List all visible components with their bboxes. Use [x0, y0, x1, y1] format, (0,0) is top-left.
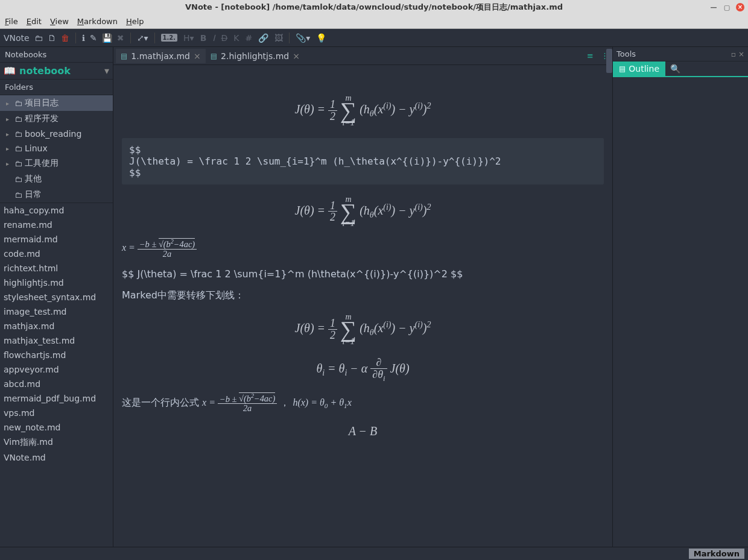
folder-icon: 🗀: [14, 159, 22, 168]
titlebar: VNote - [notebook] /home/tamlok/data/own…: [0, 0, 748, 14]
file-item[interactable]: VNote.md: [0, 450, 113, 465]
file-item[interactable]: new_note.md: [0, 420, 113, 435]
file-item[interactable]: Vim指南.md: [0, 435, 113, 450]
notebook-name: notebook: [19, 65, 101, 77]
folder-icon[interactable]: 🗀: [34, 33, 43, 43]
chevron-down-icon: ▾: [104, 65, 109, 77]
attachment-icon[interactable]: 📎▾: [296, 33, 310, 43]
code-block-latex: $$ J(\theta) = \frac 1 2 \sum_{i=1}^m (h…: [122, 138, 604, 184]
file-item[interactable]: mermaid_pdf_bug.md: [0, 391, 113, 406]
hash-icon[interactable]: #: [245, 33, 252, 43]
file-item[interactable]: code.md: [0, 247, 113, 261]
folder-icon: 🗀: [14, 190, 22, 200]
equation-cost: J(θ) = 12 m∑i=1 (hθ(x(i)) − y(i))2: [122, 94, 604, 127]
editor-pane: ▤1.mathjax.md×▤2.highlightjs.md× ≡ ⋮ J(θ…: [113, 47, 612, 547]
folder-icon: 🗀: [14, 175, 22, 184]
notebook-selector[interactable]: 📖 notebook ▾: [0, 63, 113, 80]
doc-icon: ▤: [121, 52, 127, 60]
italic-icon[interactable]: I: [212, 33, 215, 43]
inlinecode-icon[interactable]: K: [233, 33, 239, 43]
info-icon[interactable]: ℹ: [82, 33, 85, 43]
strike-icon[interactable]: D: [221, 33, 227, 43]
folder-item[interactable]: 🗀其他: [0, 171, 113, 187]
folder-label: Linux: [25, 143, 48, 153]
menu-edit[interactable]: Edit: [27, 17, 42, 26]
file-item[interactable]: appveyor.md: [0, 362, 113, 377]
search-icon[interactable]: 🔍: [665, 61, 685, 76]
file-item[interactable]: highlightjs.md: [0, 275, 113, 290]
image-icon[interactable]: 🖼: [274, 33, 283, 43]
folder-item[interactable]: ▸🗀项目日志: [0, 95, 113, 111]
folder-label: book_reading: [25, 129, 81, 139]
equation-quadratic: x = −b ± √(b2−4ac)2a: [122, 239, 604, 259]
heading-icon[interactable]: H▾: [183, 33, 194, 43]
new-file-icon[interactable]: 🗋: [48, 33, 56, 43]
file-item[interactable]: mermaid.md: [0, 232, 113, 247]
menu-file[interactable]: File: [5, 17, 18, 26]
chevron-right-icon: ▸: [6, 145, 12, 152]
outline-icon: ▤: [619, 64, 626, 73]
tab-outline[interactable]: ▤ Outline: [613, 61, 665, 76]
close-panel-icon[interactable]: ×: [738, 50, 744, 58]
link-icon[interactable]: 🔗: [258, 33, 268, 43]
raw-latex-line: $$ J(\theta) = \frac 1 2 \sum{i=1}^m (h\…: [122, 268, 604, 280]
editor-tab[interactable]: ▤2.highlightjs.md×: [206, 49, 305, 63]
folders-header: Folders: [0, 80, 113, 95]
folder-item[interactable]: ▸🗀book_reading: [0, 127, 113, 141]
maximize-icon[interactable]: ▢: [723, 3, 731, 11]
folder-label: 日常: [25, 189, 42, 200]
folder-item[interactable]: ▸🗀工具使用: [0, 156, 113, 171]
tab-close-icon[interactable]: ×: [194, 51, 201, 61]
folder-icon: 🗀: [14, 99, 22, 108]
folder-icon: 🗀: [14, 130, 22, 139]
file-item[interactable]: mathjax.md: [0, 319, 113, 333]
folder-icon: 🗀: [14, 144, 22, 153]
folder-icon: 🗀: [14, 115, 22, 124]
lightbulb-icon[interactable]: 💡: [316, 33, 326, 43]
window-title: VNote - [notebook] /home/tamlok/data/own…: [185, 2, 563, 13]
discard-icon[interactable]: ✖: [117, 33, 124, 43]
folder-item[interactable]: ▸🗀Linux: [0, 141, 113, 156]
tab-list-icon[interactable]: ≡: [583, 51, 597, 60]
file-item[interactable]: richtext.html: [0, 261, 113, 275]
expand-icon[interactable]: ⤢▾: [137, 33, 148, 43]
file-item[interactable]: abcd.md: [0, 377, 113, 391]
tab-close-icon[interactable]: ×: [293, 51, 300, 61]
folder-tree: ▸🗀项目日志▸🗀程序开发▸🗀book_reading▸🗀Linux▸🗀工具使用🗀…: [0, 95, 113, 203]
file-item[interactable]: flowchartjs.md: [0, 348, 113, 362]
equation-partial: A − B: [122, 424, 604, 438]
file-item[interactable]: haha_copy.md: [0, 203, 113, 218]
close-icon[interactable]: ×: [736, 3, 744, 11]
file-item[interactable]: rename.md: [0, 218, 113, 232]
editor[interactable]: J(θ) = 12 m∑i=1 (hθ(x(i)) − y(i))2 $$ J(…: [113, 65, 612, 547]
menu-help[interactable]: Help: [126, 17, 144, 26]
file-item[interactable]: mathjax_test.md: [0, 333, 113, 348]
bold-icon[interactable]: B: [200, 33, 207, 43]
chevron-right-icon: ▸: [6, 131, 12, 137]
mode-indicator: Markdown: [689, 549, 744, 559]
save-icon[interactable]: 💾: [102, 33, 112, 43]
menu-view[interactable]: View: [50, 17, 69, 26]
notebooks-header: Notebooks: [0, 47, 113, 63]
file-item[interactable]: vps.md: [0, 406, 113, 420]
equation-gradient: θi = θi − α ∂∂θi J(θ): [122, 357, 604, 383]
heading-badge[interactable]: 1.2.: [161, 34, 178, 42]
minimize-icon[interactable]: —: [709, 3, 718, 11]
editor-tab[interactable]: ▤1.mathjax.md×: [116, 49, 206, 63]
outline-label: Outline: [629, 64, 659, 74]
file-item[interactable]: stylesheet_syntax.md: [0, 290, 113, 304]
tab-label: 1.mathjax.md: [131, 51, 190, 61]
file-item[interactable]: image_test.md: [0, 304, 113, 319]
tab-bar: ▤1.mathjax.md×▤2.highlightjs.md× ≡ ⋮: [113, 47, 612, 65]
editor-scrollbar[interactable]: [606, 47, 612, 547]
edit-icon[interactable]: ✎: [90, 33, 97, 43]
equation-cost-3: J(θ) = 12 m∑i=1 (hθ(x(i)) − y(i))2: [122, 313, 604, 346]
menu-markdown[interactable]: Markdown: [77, 17, 118, 26]
chevron-right-icon: ▸: [6, 100, 12, 107]
trash-icon[interactable]: 🗑: [61, 33, 69, 43]
chevron-right-icon: ▸: [6, 116, 12, 122]
float-icon[interactable]: ▫: [731, 50, 736, 58]
folder-item[interactable]: ▸🗀程序开发: [0, 111, 113, 127]
folder-item[interactable]: 🗀日常: [0, 187, 113, 203]
app-label: VNote: [4, 33, 30, 43]
